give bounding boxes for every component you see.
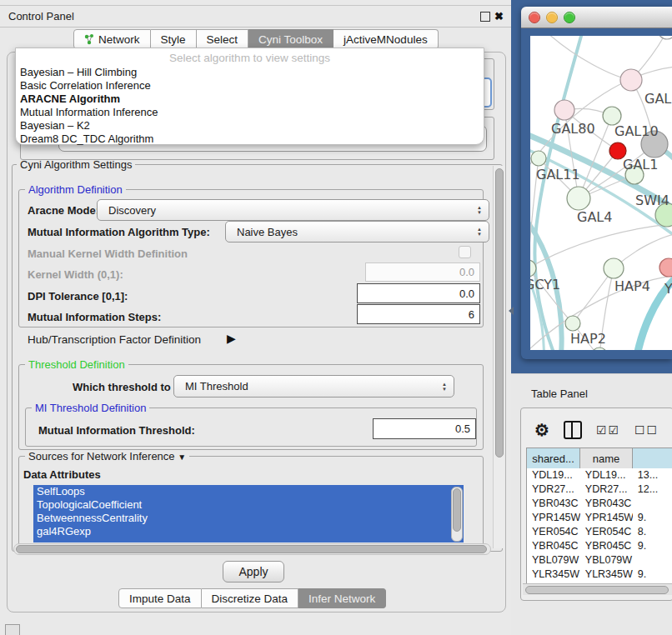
network-node[interactable] <box>567 187 590 210</box>
node-table[interactable]: shared...name YDL19...YDL19...13...YDR27… <box>526 448 672 584</box>
table-row[interactable]: YBL079WYBL079W <box>527 553 672 568</box>
sources-title[interactable]: Sources for Network Inference ▼ <box>25 450 189 462</box>
tab-discretize-data[interactable]: Discretize Data <box>202 588 299 608</box>
algorithm-definition-title: Algorithm Definition <box>25 183 126 196</box>
settings-vscroll-thumb[interactable] <box>495 168 504 458</box>
table-row[interactable]: YDL19...YDL19...13... <box>527 468 672 482</box>
table-cell: YDL19... <box>527 468 580 482</box>
control-panel-titlebar: Control Panel ✖ <box>0 5 511 28</box>
columns-icon[interactable] <box>564 421 582 439</box>
settings-hscroll-thumb[interactable] <box>16 545 487 553</box>
table-row[interactable]: YBR045CYBR045C9. <box>527 539 672 553</box>
mi-threshold-field[interactable]: 0.5 <box>373 418 476 439</box>
settings-horizontal-scrollbar[interactable] <box>13 543 491 555</box>
table-cell <box>633 497 672 511</box>
data-attribute-item[interactable]: BetweennessCentrality <box>33 512 464 525</box>
mi-algorithm-type-label: Mutual Information Algorithm Type: <box>28 226 210 238</box>
data-attributes-items: SelfLoopsTopologicalCoefficientBetweenne… <box>33 485 464 538</box>
network-node[interactable] <box>658 36 672 39</box>
kernel-width-field[interactable]: 0.0 <box>365 262 480 282</box>
hub-definition-expander-label[interactable]: Hub/Transcription Factor Definition <box>28 333 201 346</box>
table-row[interactable]: YPR145WYPR145W9. <box>527 511 672 525</box>
mi-algorithm-type-combo[interactable]: Naive Bayes <box>225 221 489 242</box>
algorithm-option[interactable]: ARACNE Algorithm <box>16 92 484 106</box>
aracne-mode-combo[interactable]: Discovery <box>97 199 489 221</box>
table-cell: 8. <box>633 525 672 539</box>
tab-select-label: Select <box>207 33 238 46</box>
expander-arrow-icon[interactable]: ▶ <box>227 332 236 345</box>
table-header-cell[interactable]: name <box>580 448 633 468</box>
tab-jactivemnodules[interactable]: jActiveMNodules <box>333 29 439 49</box>
clear-all-checkboxes-icon[interactable]: ☐☐ <box>634 423 659 437</box>
attributes-scroll-thumb[interactable] <box>453 488 461 532</box>
tab-infer-network[interactable]: Infer Network <box>298 588 386 608</box>
minimized-panel-grip[interactable] <box>5 624 20 635</box>
collapse-arrow-icon[interactable]: ▼ <box>178 452 186 462</box>
network-node[interactable] <box>604 258 624 278</box>
tab-impute-data[interactable]: Impute Data <box>118 588 202 608</box>
tab-infer-network-label: Infer Network <box>308 592 375 605</box>
table-row[interactable]: YLR345WYLR345W9. <box>527 568 672 582</box>
tab-cyni-toolbox[interactable]: Cyni Toolbox <box>248 29 333 49</box>
table-row[interactable]: YER054CYER054C8. <box>527 525 672 539</box>
data-attribute-item[interactable]: TopologicalCoefficient <box>33 498 464 512</box>
table-header-cell[interactable] <box>633 448 672 468</box>
mac-close-button[interactable] <box>529 12 540 23</box>
kernel-width-label: Kernel Width (0,1): <box>28 268 123 281</box>
data-attribute-item[interactable]: SelfLoops <box>33 485 464 498</box>
algorithm-option[interactable]: Dream8 DC_TDC Algorithm <box>16 132 484 146</box>
table-row[interactable]: YBR043CYBR043C <box>527 497 672 511</box>
panel-collapse-arrow-icon[interactable] <box>509 307 514 315</box>
aracne-mode-label: Aracne Mode: <box>28 204 99 217</box>
network-canvas[interactable]: GALGAL80GAL10GAL1GAL11SWI4GAL4GCY1HAP4YH… <box>530 36 672 350</box>
network-node[interactable] <box>565 316 580 331</box>
manual-kernel-width-label: Manual Kernel Width Definition <box>28 248 188 260</box>
table-cell: 13... <box>633 468 672 482</box>
network-window-titlebar[interactable] <box>521 7 672 28</box>
select-all-checkboxes-icon[interactable]: ☑☑ <box>596 423 620 437</box>
algorithm-option[interactable]: Basic Correlation Inference <box>16 79 484 92</box>
algorithm-option[interactable]: Bayesian – K2 <box>16 119 484 132</box>
which-threshold-combo[interactable]: MI Threshold <box>173 375 454 398</box>
network-node[interactable] <box>592 348 607 350</box>
table-cell: YBR045C <box>527 539 580 553</box>
network-node[interactable] <box>659 258 672 277</box>
aracne-mode-value: Discovery <box>108 204 156 217</box>
tab-select[interactable]: Select <box>197 29 249 49</box>
table-horizontal-scrollbar[interactable] <box>523 583 672 595</box>
network-node[interactable] <box>603 107 621 125</box>
network-edge[interactable] <box>546 36 631 80</box>
network-node-label: SWI4 <box>635 192 669 208</box>
settings-vertical-scrollbar[interactable] <box>493 166 504 548</box>
table-cell: YLR345W <box>527 568 580 582</box>
network-node-label: GAL11 <box>536 167 580 182</box>
network-node-label: GAL4 <box>577 209 612 225</box>
network-edge[interactable] <box>530 223 672 268</box>
network-node-label: HAP2 <box>570 331 606 347</box>
table-header-cell[interactable]: shared... <box>527 448 580 468</box>
mi-threshold-value: 0.5 <box>455 422 470 435</box>
dpi-tolerance-field[interactable]: 0.0 <box>357 283 480 303</box>
tab-style[interactable]: Style <box>151 29 197 49</box>
algorithm-option[interactable]: Bayesian – Hill Climbing <box>16 66 484 79</box>
network-tab-icon <box>84 34 94 45</box>
network-node-label: GAL80 <box>551 121 595 137</box>
table-hscroll-thumb[interactable] <box>525 586 669 594</box>
mac-minimize-button[interactable] <box>546 12 558 23</box>
gear-icon[interactable]: ⚙ <box>534 422 549 438</box>
tab-network[interactable]: Network <box>73 29 151 49</box>
network-node[interactable] <box>620 69 642 91</box>
data-attribute-item[interactable]: gal4RGexp <box>33 525 464 538</box>
data-attributes-list[interactable]: SelfLoopsTopologicalCoefficientBetweenne… <box>33 485 464 542</box>
close-icon[interactable]: ✖ <box>494 12 504 21</box>
float-window-icon[interactable] <box>480 12 490 22</box>
manual-kernel-width-checkbox[interactable] <box>459 246 471 258</box>
network-node[interactable] <box>531 151 546 166</box>
algorithm-option[interactable]: Mutual Information Inference <box>16 106 484 119</box>
mi-steps-field[interactable]: 6 <box>357 304 480 324</box>
attributes-scrollbar[interactable] <box>451 487 463 542</box>
mac-zoom-button[interactable] <box>564 12 575 23</box>
table-row[interactable]: YDR27...YDR27...12... <box>527 482 672 497</box>
apply-button[interactable]: Apply <box>223 561 284 582</box>
network-node[interactable] <box>554 100 574 120</box>
